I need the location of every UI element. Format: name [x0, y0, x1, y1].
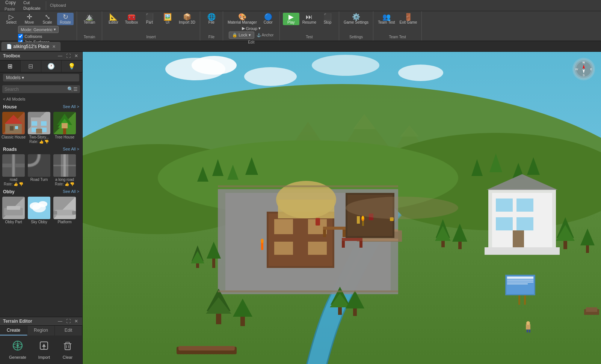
import3d-tool[interactable]: 📦 Import 3D	[177, 13, 197, 25]
search-icon[interactable]: 🔍	[67, 86, 73, 92]
svg-rect-43	[66, 342, 69, 344]
toolbox-tab-recent[interactable]: 🕐	[41, 60, 62, 72]
toolbox: Toolbox — ⛶ ✕ ⊞ ⊟ 🕐 💡 Models ▾ 🔍 ☰	[0, 52, 82, 317]
play-icon: ▶	[288, 14, 294, 20]
anchor-text[interactable]: ⚓ Anchor	[257, 33, 274, 37]
house-see-all[interactable]: See All >	[63, 104, 79, 110]
obby1-name: Obby Part	[5, 220, 22, 224]
part-icon: ⬛	[145, 14, 154, 20]
scale-tool[interactable]: ⤡ Scale	[39, 13, 56, 25]
list-item[interactable]: Two-Story... Rate: 👍 👎	[27, 112, 51, 144]
generate-action[interactable]: Generate	[9, 340, 26, 359]
svg-marker-1	[5, 115, 23, 124]
terrain-maximize[interactable]: ⛶	[65, 319, 72, 324]
roads-category: Roads See All > road	[0, 145, 82, 188]
svg-point-49	[398, 65, 443, 81]
terrain-close[interactable]: ✕	[73, 319, 79, 324]
long-road-rating-up[interactable]: 👍	[65, 182, 69, 186]
svg-rect-13	[62, 123, 68, 128]
long-road-name: a long road	[55, 177, 74, 182]
list-item[interactable]: a long road Rate: 👍 👎	[53, 154, 77, 186]
group-chevron: ▾	[258, 26, 261, 31]
duplicate-menu[interactable]: Duplicate	[22, 6, 42, 11]
svg-rect-94	[343, 230, 346, 237]
terrain-section: ⛰️ Terrain Terrain	[77, 11, 102, 41]
part-tool[interactable]: ⬛ Part	[141, 13, 158, 25]
list-item[interactable]: Obby Part	[2, 197, 26, 224]
file-tool[interactable]: 🌐 File	[203, 13, 220, 25]
copy-menu[interactable]: Copy	[3, 0, 18, 6]
terrain-tool[interactable]: ⛰️ Terrain	[80, 13, 99, 25]
editor-tool[interactable]: 📐 Editor	[105, 13, 122, 25]
list-item[interactable]: Sky Obby	[27, 197, 51, 224]
list-item[interactable]: road Rate: 👍 👎	[2, 154, 26, 186]
list-item[interactable]: Tree House	[53, 112, 77, 144]
group-button[interactable]: ▶ Group ▾	[242, 26, 261, 31]
toolbox-minimize[interactable]: —	[57, 53, 63, 59]
stop-button[interactable]: ⬛ Stop	[319, 13, 336, 25]
terrain-tab-region[interactable]: Region	[27, 326, 55, 335]
list-item[interactable]: Classic House	[2, 112, 26, 144]
team-test-button[interactable]: 👥 Team Test	[376, 13, 396, 25]
rating-up-icon[interactable]: 👍	[39, 140, 44, 144]
roads-see-all[interactable]: See All >	[63, 147, 79, 152]
list-item[interactable]: Road Turn	[27, 154, 51, 186]
svg-rect-140	[529, 329, 530, 332]
two-story-name: Two-Story...	[29, 135, 49, 140]
long-road-rate: Rate: 👍 👎	[55, 182, 74, 186]
material-tool[interactable]: 🎨 Material Manager	[226, 13, 258, 25]
place-tab[interactable]: 📄 aliking512's Place ✕	[2, 42, 60, 51]
toolbox-controls: — ⛶ ✕	[57, 53, 79, 59]
roads-model-grid: road Rate: 👍 👎	[0, 153, 82, 188]
long-road-rating-down[interactable]: 👎	[70, 182, 74, 186]
game-settings-button[interactable]: ⚙️ Game Settings	[342, 13, 370, 25]
toolbox-tab-images[interactable]: ⊟	[21, 60, 41, 72]
terrain-minimize[interactable]: —	[57, 319, 63, 324]
obby1-thumb	[2, 197, 25, 219]
mode-dropdown[interactable]: Mode: Geometric ▾	[18, 26, 58, 33]
color-tool[interactable]: 🔵 Color	[260, 13, 276, 25]
viewport[interactable]: N S W E	[83, 52, 601, 364]
list-item[interactable]: Platform	[53, 197, 77, 224]
svg-rect-5	[32, 121, 37, 126]
menubar: Copy Paste Cut Duplicate Clipboard	[0, 0, 601, 11]
terrain-tab-edit[interactable]: Edit	[55, 326, 82, 335]
toolbox-tool[interactable]: 🧰 Toolbox	[123, 13, 140, 25]
search-input[interactable]	[5, 87, 67, 92]
toolbox-tab-models[interactable]: ⊞	[0, 60, 21, 72]
place-tab-close[interactable]: ✕	[52, 44, 56, 49]
resume-button[interactable]: ⏭ Resume	[301, 13, 318, 25]
lock-button[interactable]: 🔒 Lock ▾	[229, 32, 254, 39]
obby-see-all[interactable]: See All >	[63, 189, 79, 194]
toolbox-close[interactable]: ✕	[73, 53, 79, 59]
road-turn-name: Road Turn	[30, 177, 48, 182]
road-rating-up[interactable]: 👍	[14, 182, 18, 186]
collisions-checkbox[interactable]	[18, 34, 23, 39]
rotate-tool[interactable]: ↻ Rotate	[57, 13, 74, 25]
ui-tool[interactable]: 🖼️ UI	[159, 13, 176, 25]
svg-rect-83	[496, 199, 513, 212]
road-rating-down[interactable]: 👎	[19, 182, 23, 186]
exit-game-button[interactable]: 🚪 Exit Game	[398, 13, 419, 25]
toolbox-maximize[interactable]: ⛶	[65, 53, 72, 59]
cut-menu[interactable]: Cut	[22, 0, 42, 5]
svg-rect-137	[524, 295, 526, 305]
resume-icon: ⏭	[306, 14, 313, 20]
import-action[interactable]: Import	[38, 340, 50, 359]
clear-action[interactable]: Clear	[62, 340, 73, 359]
toolbox-tab-plugins[interactable]: 💡	[62, 60, 82, 72]
team-test-section: 👥 Team Test 🚪 Exit Game Team Test	[373, 11, 422, 41]
select-tool[interactable]: ▷ Select	[3, 13, 20, 25]
play-button[interactable]: ▶ Play	[283, 13, 299, 25]
models-dropdown[interactable]: Models ▾	[3, 74, 79, 81]
paste-menu[interactable]: Paste	[3, 6, 18, 12]
move-tool[interactable]: ✛ Move	[21, 13, 38, 25]
all-models-link[interactable]: < All Models	[0, 95, 82, 103]
svg-text:E: E	[590, 68, 592, 71]
svg-rect-138	[526, 324, 530, 329]
terrain-tab-create[interactable]: Create	[0, 326, 27, 335]
filter-icon[interactable]: ☰	[73, 86, 78, 92]
svg-rect-96	[342, 241, 345, 248]
svg-point-48	[312, 55, 379, 76]
rating-down-icon[interactable]: 👎	[44, 140, 49, 144]
